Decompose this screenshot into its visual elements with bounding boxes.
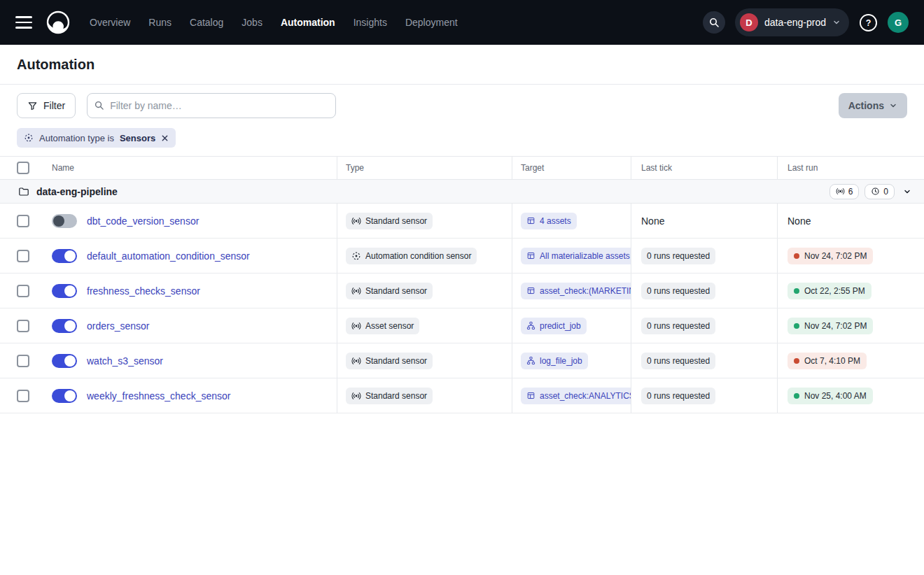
last-run-value[interactable]: Nov 24, 7:02 PM bbox=[788, 248, 873, 264]
sensor-type-chip: Standard sensor bbox=[346, 213, 433, 229]
sensor-toggle[interactable] bbox=[52, 319, 77, 333]
sensor-type-chip: Automation condition sensor bbox=[346, 248, 477, 264]
last-run-value[interactable]: Nov 25, 4:00 AM bbox=[788, 388, 873, 404]
run-status-dot bbox=[794, 323, 799, 329]
run-status-dot bbox=[794, 358, 799, 364]
sensor-type-chip: Standard sensor bbox=[346, 388, 433, 404]
page-title: Automation bbox=[17, 57, 907, 73]
filter-chip-automation-type[interactable]: Automation type is Sensors bbox=[17, 128, 176, 148]
sensor-toggle[interactable] bbox=[52, 284, 77, 298]
sensor-icon bbox=[351, 286, 361, 296]
asset-icon bbox=[526, 286, 536, 295]
nav-right-cluster: D data-eng-prod ? G bbox=[703, 8, 909, 36]
target-chip[interactable]: 4 assets bbox=[521, 213, 577, 229]
table-row: watch_s3_sensor Standard sensor log_file… bbox=[0, 343, 924, 378]
page-header: Automation bbox=[0, 45, 924, 85]
last-tick-value: 0 runs requested bbox=[641, 283, 715, 299]
automation-table: Name Type Target Last tick Last run data… bbox=[0, 157, 924, 413]
table-row: default_automation_condition_sensor Auto… bbox=[0, 239, 924, 274]
search-icon bbox=[94, 100, 104, 111]
clock-icon bbox=[871, 187, 880, 196]
group-counts: 6 0 bbox=[830, 184, 914, 199]
actions-button[interactable]: Actions bbox=[839, 93, 907, 118]
search-input[interactable] bbox=[87, 93, 336, 118]
column-header-target: Target bbox=[512, 157, 631, 179]
run-status-dot bbox=[794, 393, 799, 399]
deployment-switcher[interactable]: D data-eng-prod bbox=[735, 8, 849, 36]
chevron-down-icon bbox=[832, 18, 841, 27]
nav-catalog[interactable]: Catalog bbox=[190, 17, 223, 28]
row-checkbox[interactable] bbox=[17, 215, 29, 227]
close-icon[interactable] bbox=[161, 134, 169, 142]
sensor-type-chip: Standard sensor bbox=[346, 353, 433, 369]
primary-nav: Overview Runs Catalog Jobs Automation In… bbox=[90, 17, 458, 28]
group-collapse-chevron-icon[interactable] bbox=[900, 185, 914, 199]
sensor-toggle[interactable] bbox=[52, 354, 77, 368]
run-status-dot bbox=[794, 253, 799, 259]
sensor-name-link[interactable]: orders_sensor bbox=[87, 320, 150, 332]
sensor-count-pill: 6 bbox=[830, 184, 860, 199]
nav-insights[interactable]: Insights bbox=[354, 17, 387, 28]
last-tick-value: 0 runs requested bbox=[641, 318, 715, 334]
target-chip[interactable]: asset_check:(MARKETING bbox=[521, 283, 631, 299]
row-checkbox[interactable] bbox=[17, 320, 29, 332]
row-checkbox[interactable] bbox=[17, 355, 29, 367]
schedule-count-pill: 0 bbox=[864, 184, 895, 199]
last-run-value[interactable]: Nov 24, 7:02 PM bbox=[788, 318, 873, 334]
svg-text:?: ? bbox=[866, 18, 872, 28]
sensor-name-link[interactable]: watch_s3_sensor bbox=[87, 355, 163, 367]
target-chip[interactable]: log_file_job bbox=[521, 353, 588, 369]
asset-icon bbox=[526, 251, 536, 260]
column-header-name: Name bbox=[45, 157, 337, 179]
sensor-name-link[interactable]: weekly_freshness_check_sensor bbox=[87, 390, 230, 402]
table-row: dbt_code_version_sensor Standard sensor … bbox=[0, 204, 924, 239]
deployment-initial-badge: D bbox=[740, 13, 758, 31]
table-body: dbt_code_version_sensor Standard sensor … bbox=[0, 204, 924, 413]
target-chip[interactable]: predict_job bbox=[521, 318, 587, 334]
last-run-value: None bbox=[788, 215, 811, 227]
hamburger-menu-icon[interactable] bbox=[15, 13, 35, 32]
column-header-last-tick: Last tick bbox=[631, 157, 778, 179]
column-header-last-run: Last run bbox=[778, 157, 924, 179]
top-nav: Overview Runs Catalog Jobs Automation In… bbox=[0, 0, 924, 45]
last-tick-value: 0 runs requested bbox=[641, 388, 715, 404]
row-checkbox[interactable] bbox=[17, 250, 29, 262]
column-header-type: Type bbox=[337, 157, 512, 179]
nav-jobs[interactable]: Jobs bbox=[241, 17, 262, 28]
row-checkbox[interactable] bbox=[17, 390, 29, 402]
asset-icon bbox=[526, 216, 536, 225]
asset-icon bbox=[526, 391, 536, 400]
sensor-name-link[interactable]: freshness_checks_sensor bbox=[87, 285, 200, 297]
last-run-value[interactable]: Oct 7, 4:10 PM bbox=[788, 353, 867, 369]
search-icon[interactable] bbox=[703, 11, 725, 34]
select-all-checkbox[interactable] bbox=[17, 162, 29, 174]
nav-automation[interactable]: Automation bbox=[281, 17, 335, 28]
sensor-toggle[interactable] bbox=[52, 214, 77, 228]
nav-overview[interactable]: Overview bbox=[90, 17, 130, 28]
sensor-toggle[interactable] bbox=[52, 249, 77, 263]
row-checkbox[interactable] bbox=[17, 285, 29, 297]
target-chip[interactable]: asset_check:ANALYTICS bbox=[521, 388, 631, 404]
target-chip[interactable]: All materializable assets bbox=[521, 248, 631, 264]
sensor-name-link[interactable]: default_automation_condition_sensor bbox=[87, 250, 250, 262]
nav-deployment[interactable]: Deployment bbox=[405, 17, 458, 28]
help-icon[interactable]: ? bbox=[859, 13, 878, 32]
last-run-value[interactable]: Oct 22, 2:55 PM bbox=[788, 283, 872, 299]
chevron-down-icon bbox=[889, 101, 897, 110]
sensor-name-link[interactable]: dbt_code_version_sensor bbox=[87, 215, 199, 227]
filter-button[interactable]: Filter bbox=[17, 93, 76, 118]
sensor-toggle[interactable] bbox=[52, 389, 77, 403]
toolbar: Filter Actions bbox=[0, 85, 924, 125]
user-avatar[interactable]: G bbox=[888, 12, 909, 33]
automation-condition-icon bbox=[351, 251, 361, 261]
code-location-group-row: data-eng-pipeline 6 0 bbox=[0, 180, 924, 204]
active-filters-row: Automation type is Sensors bbox=[0, 125, 924, 157]
table-row: freshness_checks_sensor Standard sensor … bbox=[0, 274, 924, 308]
job-icon bbox=[526, 321, 536, 330]
table-row: orders_sensor Asset sensor predict_job 0… bbox=[0, 308, 924, 343]
sensor-icon bbox=[351, 356, 361, 366]
folder-icon bbox=[18, 186, 29, 197]
deployment-name: data-eng-prod bbox=[764, 17, 826, 28]
dagster-logo-icon[interactable] bbox=[45, 9, 71, 36]
nav-runs[interactable]: Runs bbox=[148, 17, 172, 28]
